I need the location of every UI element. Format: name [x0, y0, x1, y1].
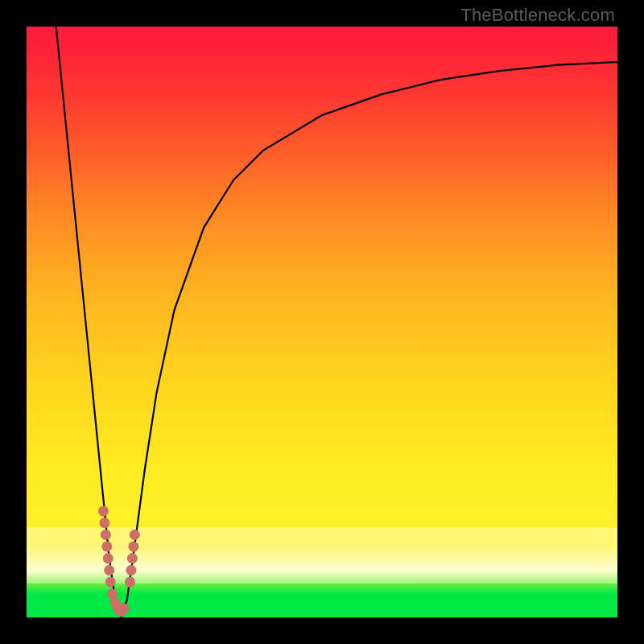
bottleneck-dot [128, 541, 138, 551]
bottleneck-dot [125, 576, 135, 587]
curve-left-branch [56, 27, 122, 617]
curve-right-branch [121, 62, 617, 617]
bottleneck-dot [130, 530, 140, 540]
bottleneck-markers [98, 506, 140, 617]
bottleneck-dot [127, 553, 138, 564]
bottleneck-dot [107, 588, 118, 599]
bottleneck-dot [101, 541, 112, 551]
bottleneck-dot [103, 553, 114, 564]
bottleneck-dot [119, 603, 130, 613]
attribution-label: TheBottleneck.com [460, 5, 615, 26]
bottleneck-dot [126, 565, 136, 576]
bottleneck-dot [99, 518, 109, 528]
bottleneck-dot [104, 565, 114, 576]
plot-area [27, 27, 617, 617]
curves-svg [27, 27, 617, 617]
bottleneck-dot [101, 530, 111, 540]
bottleneck-dot [105, 576, 116, 587]
bottleneck-dot [98, 506, 109, 516]
chart-frame: TheBottleneck.com [0, 0, 644, 644]
